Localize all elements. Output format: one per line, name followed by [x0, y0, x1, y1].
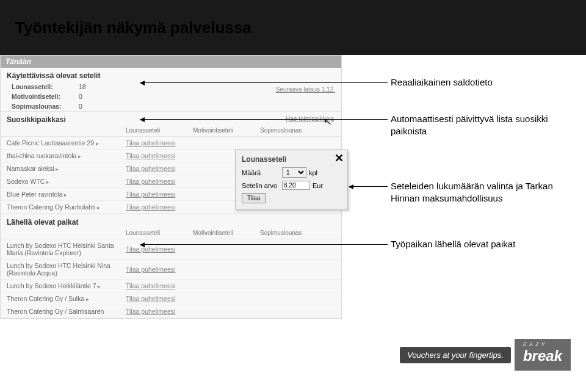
qty-row: Määrä 1 kpl	[242, 167, 341, 178]
list-item[interactable]: Theron Catering Oy / SalmisaarenTilaa pu…	[1, 305, 341, 318]
order-link[interactable]: Tilaa puhelimeesi	[126, 152, 193, 159]
balance-row-motivointi: Motivointiseteli: 0	[1, 92, 341, 101]
value-unit: Eur	[313, 182, 323, 189]
tab-today[interactable]: Tänään	[1, 56, 341, 68]
qty-select[interactable]: 1	[282, 167, 306, 178]
balance-value: 0	[79, 103, 97, 110]
arrow-line	[140, 244, 388, 245]
place-name: Namaskar aleksi	[7, 165, 126, 172]
order-link[interactable]: Tilaa puhelimeesi	[126, 308, 193, 315]
qty-unit: kpl	[309, 169, 317, 176]
value-input[interactable]	[282, 181, 310, 190]
logo-tagline: Vouchers at your fingertips.	[400, 347, 511, 363]
order-link[interactable]: Tilaa puhelimeesi	[126, 178, 193, 185]
arrow-line	[140, 119, 388, 120]
place-name: Lunch by Sodexo HTC Helsinki Santa Maria…	[7, 242, 126, 256]
annotation-favorites: Automaattisesti päivittyvä lista suosikk…	[391, 113, 549, 137]
list-item[interactable]: Cafe Picnic Lauttasaarentie 29Tilaa puhe…	[1, 137, 341, 150]
balance-label: Lounasseteli:	[12, 83, 79, 90]
balance-value: 18	[79, 83, 97, 90]
place-name: Theron Catering Oy / Sulka	[7, 295, 126, 302]
order-link[interactable]: Tilaa puhelimeesi	[126, 191, 193, 198]
order-link[interactable]: Tilaa puhelimeesi	[126, 282, 193, 289]
order-popup: ✕ Lounasseteli Määrä 1 kpl Setelin arvo …	[235, 150, 348, 210]
logo-big: break	[523, 347, 562, 365]
col-empty	[7, 230, 126, 236]
order-link[interactable]: Tilaa puhelimeesi	[126, 139, 193, 147]
col-motivointi: Motivointiseteli	[193, 127, 260, 134]
col-lounas: Lounasseteli	[126, 127, 193, 134]
nearby-section: Lähellä olevat paikat Lounasseteli Motiv…	[1, 214, 341, 318]
submit-button[interactable]: Tilaa	[242, 193, 266, 203]
order-link[interactable]: Tilaa puhelimeesi	[126, 295, 193, 302]
logo-mark: EAZY break	[515, 339, 571, 371]
place-name: Theron Catering Oy Ruoholahti	[7, 203, 126, 211]
place-name: Sodexo WTC	[7, 178, 126, 185]
nearby-heading: Lähellä olevat paikat	[1, 214, 341, 228]
order-link[interactable]: Tilaa puhelimeesi	[126, 245, 193, 253]
place-name: Lunch by Sodexo Heikkiläntie 7	[7, 282, 126, 289]
page-title: Työntekijän näkymä palvelussa	[15, 18, 251, 37]
col-motivointi: Motivointiseteli	[193, 230, 260, 236]
close-icon[interactable]: ✕	[335, 153, 344, 164]
logo-small: EAZY	[523, 341, 548, 347]
arrow-line	[140, 82, 388, 83]
place-name: thai-china ruokaravintola	[7, 152, 126, 159]
next-load-link[interactable]: Seuraava lataus 1.12.	[276, 86, 335, 93]
place-name: Theron Catering Oy / Salmisaaren	[7, 308, 126, 315]
balance-heading: Käytettävissä olevat setelit	[1, 68, 341, 82]
value-label: Setelin arvo	[242, 182, 280, 189]
annotation-saldo: Reaaliaikainen saldotieto	[391, 76, 549, 89]
balance-value: 0	[79, 93, 97, 100]
list-item[interactable]: Lunch by Sodexo HTC Helsinki Nina (Ravin…	[1, 260, 341, 280]
order-link[interactable]: Tilaa puhelimeesi	[126, 203, 193, 211]
order-link[interactable]: Tilaa puhelimeesi	[126, 266, 193, 273]
balance-section: Käytettävissä olevat setelit Seuraava la…	[1, 68, 341, 111]
popup-title: Lounasseteli	[242, 155, 341, 164]
qty-label: Määrä	[242, 169, 280, 176]
value-row: Setelin arvo Eur	[242, 181, 341, 190]
balance-row-sopimus: Sopimuslounas: 0	[1, 101, 341, 111]
annotation-nearby: Työpaikan lähellä olevat paikat	[391, 238, 549, 250]
balance-label: Motivointiseteli:	[12, 93, 79, 100]
brand-logo: Vouchers at your fingertips. EAZY break	[400, 339, 571, 371]
balance-label: Sopimuslounas:	[12, 103, 79, 110]
annotation-popup: Seteleiden lukumäärän valinta ja Tarkan …	[391, 180, 562, 204]
place-name: Blue Peter ravintola	[7, 191, 126, 198]
place-name: Cafe Picnic Lauttasaarentie 29	[7, 139, 126, 147]
column-headers: Lounasseteli Motivointiseteli Sopimuslou…	[1, 228, 341, 239]
order-link[interactable]: Tilaa puhelimeesi	[126, 165, 193, 172]
col-sopimus: Sopimuslounas	[260, 230, 327, 236]
col-lounas: Lounasseteli	[126, 230, 193, 236]
list-item[interactable]: Lunch by Sodexo HTC Helsinki Santa Maria…	[1, 239, 341, 260]
arrow-line	[349, 186, 388, 187]
column-headers: Lounasseteli Motivointiseteli Sopimuslou…	[1, 126, 341, 137]
col-sopimus: Sopimuslounas	[260, 127, 327, 134]
place-name: Lunch by Sodexo HTC Helsinki Nina (Ravin…	[7, 262, 126, 277]
list-item[interactable]: Lunch by Sodexo Heikkiläntie 7Tilaa puhe…	[1, 280, 341, 292]
col-empty	[7, 127, 126, 134]
list-item[interactable]: Theron Catering Oy / SulkaTilaa puhelime…	[1, 292, 341, 305]
